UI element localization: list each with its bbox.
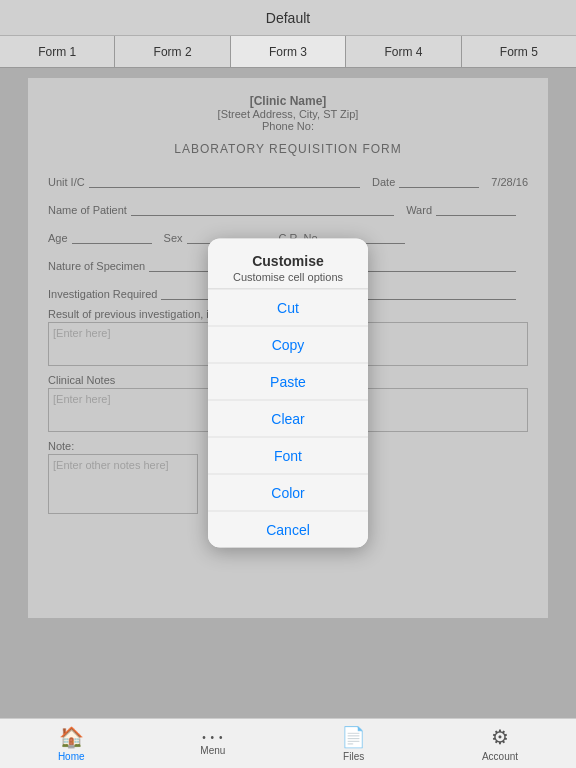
modal-clear-button[interactable]: Clear (208, 400, 368, 437)
content-area: [Clinic Name] [Street Address, City, ST … (0, 68, 576, 718)
tab-form2[interactable]: Form 2 (115, 36, 230, 67)
account-icon: ⚙ (491, 725, 509, 749)
menu-label: Menu (200, 745, 225, 756)
customise-modal: Customise Customise cell options Cut Cop… (208, 239, 368, 548)
modal-font-button[interactable]: Font (208, 437, 368, 474)
account-label: Account (482, 751, 518, 762)
modal-title: Customise (218, 253, 358, 269)
tab-form5[interactable]: Form 5 (462, 36, 576, 67)
nav-menu[interactable]: • • • Menu (200, 732, 225, 756)
modal-cut-button[interactable]: Cut (208, 290, 368, 326)
tab-bar: Form 1 Form 2 Form 3 Form 4 Form 5 (0, 36, 576, 68)
tab-form4[interactable]: Form 4 (346, 36, 461, 67)
bottom-nav: 🏠 Home • • • Menu 📄 Files ⚙ Account (0, 718, 576, 768)
tab-form3[interactable]: Form 3 (231, 36, 346, 67)
modal-header: Customise Customise cell options (208, 239, 368, 289)
home-label: Home (58, 751, 85, 762)
modal-subtitle: Customise cell options (218, 271, 358, 283)
header-title: Default (266, 10, 310, 26)
tab-form1[interactable]: Form 1 (0, 36, 115, 67)
nav-account[interactable]: ⚙ Account (482, 725, 518, 762)
menu-icon: • • • (202, 732, 223, 743)
nav-files[interactable]: 📄 Files (341, 725, 366, 762)
modal-paste-button[interactable]: Paste (208, 363, 368, 400)
files-label: Files (343, 751, 364, 762)
modal-cancel-button[interactable]: Cancel (208, 511, 368, 548)
nav-home[interactable]: 🏠 Home (58, 725, 85, 762)
files-icon: 📄 (341, 725, 366, 749)
modal-color-button[interactable]: Color (208, 474, 368, 511)
home-icon: 🏠 (59, 725, 84, 749)
app-header: Default (0, 0, 576, 36)
modal-copy-button[interactable]: Copy (208, 326, 368, 363)
